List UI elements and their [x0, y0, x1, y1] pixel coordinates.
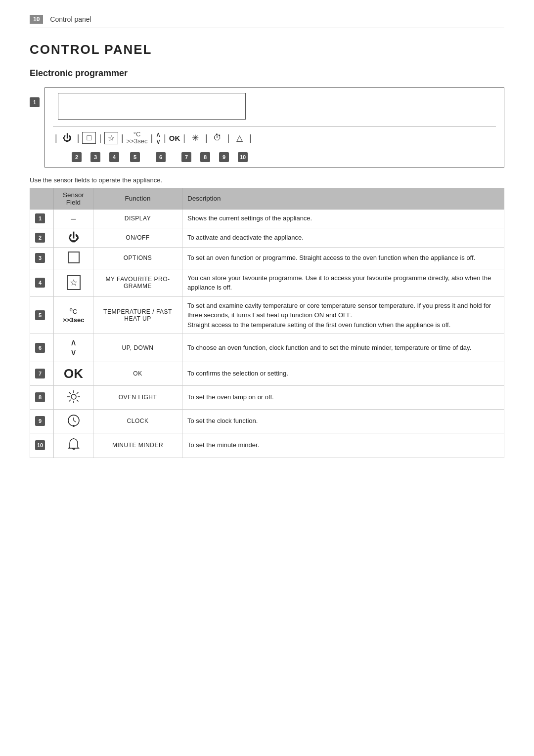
badge-numbers-row: 2 3 4 5 6 7 8 9 10 — [53, 152, 496, 162]
table-row: 5 oC>>3sec TEMPERATURE / FASTHEAT UP To … — [30, 296, 504, 334]
row-badge-1: 1 — [35, 213, 45, 223]
oven-light-svg — [67, 390, 81, 404]
page-header: 10 Control panel — [30, 15, 504, 28]
row-badge-9: 9 — [35, 416, 45, 426]
row-badge-2: 2 — [35, 233, 45, 243]
light-icon: ✳ — [188, 133, 202, 143]
sep-7: | — [183, 133, 185, 143]
row-badge-10: 10 — [35, 440, 45, 450]
subsection-title: Electronic programmer — [30, 68, 504, 79]
badge-n8: 8 — [200, 152, 210, 162]
sep-3: | — [99, 133, 101, 143]
sensor-icon-8 — [54, 385, 93, 409]
function-6: UP, DOWN — [93, 334, 182, 362]
badge-n4: 4 — [109, 152, 119, 162]
sep-10: | — [249, 133, 252, 143]
row-badge-5: 5 — [35, 310, 45, 320]
function-8: OVEN LIGHT — [93, 385, 182, 409]
badge-n10: 10 — [238, 152, 248, 162]
description-4: You can store your favourite programme. … — [182, 269, 504, 296]
description-5: To set and examine cavity temperature or… — [182, 296, 504, 334]
function-10: MINUTE MINDER — [93, 433, 182, 458]
clock-icon: ⏱ — [211, 133, 224, 143]
diagram-label-1: 1 — [30, 87, 40, 107]
col-header-function: Function — [93, 188, 182, 209]
options-icon: □ — [82, 132, 96, 144]
sensor-icon-9 — [54, 409, 93, 433]
bell-svg — [67, 437, 81, 452]
description-1: Shows the current settings of the applia… — [182, 209, 504, 228]
sep-9: | — [227, 133, 230, 143]
section-title: CONTROL PANEL — [30, 42, 504, 57]
sep-5: | — [150, 133, 153, 143]
sensor-icon-6: ∧ ∨ — [54, 334, 93, 362]
table-row: 7 OK OK To confirms the selection or set… — [30, 362, 504, 385]
description-10: To set the minute minder. — [182, 433, 504, 458]
row-badge-7: 7 — [35, 369, 45, 378]
description-8: To set the oven lamp on or off. — [182, 385, 504, 409]
clock-svg — [67, 414, 81, 427]
col-header-description: Description — [182, 188, 504, 209]
function-7: OK — [93, 362, 182, 385]
sep-8: | — [205, 133, 208, 143]
sep-6: | — [164, 133, 166, 143]
badge-n9: 9 — [219, 152, 229, 162]
function-5: TEMPERATURE / FASTHEAT UP — [93, 296, 182, 334]
description-6: To choose an oven function, clock functi… — [182, 334, 504, 362]
page-number: 10 — [30, 15, 43, 24]
table-row: 3 OPTIONS To set an oven function or pro… — [30, 247, 504, 269]
sensor-icon-1: – — [54, 209, 93, 228]
sensor-icon-10 — [54, 433, 93, 458]
onoff-icon: ⏻ — [60, 133, 74, 143]
badge-n6: 6 — [156, 152, 166, 162]
description-9: To set the clock function. — [182, 409, 504, 433]
row-badge-6: 6 — [35, 343, 45, 353]
sep-4: | — [121, 133, 124, 143]
sensor-icon-2: ⏻ — [54, 228, 93, 247]
table-row: 1 – DISPLAY Shows the current settings o… — [30, 209, 504, 228]
badge-n2: 2 — [72, 152, 82, 162]
updown-icon: ∧ ∨ — [156, 131, 161, 145]
description-7: To confirms the selection or setting. — [182, 362, 504, 385]
function-9: CLOCK — [93, 409, 182, 433]
badge-n5: 5 — [130, 152, 140, 162]
function-3: OPTIONS — [93, 247, 182, 269]
sep-left: | — [55, 133, 57, 143]
ok-icon: OK — [169, 134, 180, 142]
row-badge-4: 4 — [35, 278, 45, 288]
description-3: To set an oven function or programme. St… — [182, 247, 504, 269]
col-header-sensor: Sensor Field — [54, 188, 93, 209]
table-row: 10 MINUTE MINDER To set the minute minde… — [30, 433, 504, 458]
function-4: MY FAVOURITE PRO- GRAMME — [93, 269, 182, 296]
col-header-number — [30, 188, 54, 209]
sensor-icon-5: oC>>3sec — [54, 296, 93, 334]
display-area — [58, 93, 246, 120]
row-badge-3: 3 — [35, 253, 45, 263]
svg-line-6 — [77, 400, 79, 402]
diagram-box: | ⏻ | □ | ☆ | °C>>3sec | ∧ ∨ | OK | ✳ | … — [44, 87, 504, 168]
svg-line-5 — [69, 392, 71, 394]
sensor-icon-3 — [54, 247, 93, 269]
badge-n7: 7 — [181, 152, 191, 162]
fav-icon: ☆ — [104, 132, 118, 144]
temp-icon: °C>>3sec — [127, 131, 148, 145]
table-row: 9 CLOCK To set the clock function. — [30, 409, 504, 433]
table-row: 6 ∧ ∨ UP, DOWN To choose an oven functio… — [30, 334, 504, 362]
description-2: To activate and deactivate the appliance… — [182, 228, 504, 247]
sensor-icon-7: OK — [54, 362, 93, 385]
control-table: Sensor Field Function Description 1 – DI… — [30, 188, 504, 458]
row-badge-8: 8 — [35, 392, 45, 402]
page-header-title: Control panel — [50, 15, 91, 23]
sensor-icon-4: ☆ — [54, 269, 93, 296]
table-row: 8 OVEN LIGHT To set the oven lamp on or … — [30, 385, 504, 409]
table-row: 2 ⏻ ON/OFF To activate and deactivate th… — [30, 228, 504, 247]
svg-point-12 — [73, 425, 75, 427]
sensor-note: Use the sensor fields to operate the app… — [30, 176, 504, 184]
svg-line-11 — [74, 420, 76, 422]
function-1: DISPLAY — [93, 209, 182, 228]
table-row: 4 ☆ MY FAVOURITE PRO- GRAMME You can sto… — [30, 269, 504, 296]
svg-line-8 — [69, 400, 71, 402]
controls-row: | ⏻ | □ | ☆ | °C>>3sec | ∧ ∨ | OK | ✳ | … — [53, 126, 496, 149]
diagram: 1 | ⏻ | □ | ☆ | °C>>3sec | ∧ ∨ | OK | ✳ … — [30, 87, 504, 168]
badge-n3: 3 — [90, 152, 100, 162]
